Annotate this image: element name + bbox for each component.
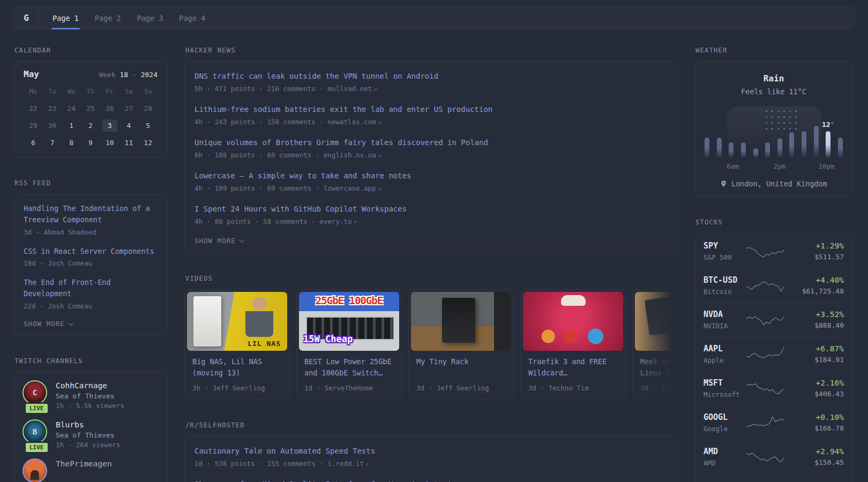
news-item: I Spent 24 Hours with GitHub Copilot Wor…: [194, 204, 668, 225]
weather-bar-column: [729, 142, 734, 158]
rss-item-title[interactable]: The End of Front-End Development: [24, 277, 158, 300]
location-pin-icon: [720, 179, 727, 188]
rss-item-title[interactable]: CSS in React Server Components: [24, 246, 158, 257]
dashboard-grid: CALENDAR May Week 18 · 2024 MoTuWeThFrSa…: [13, 47, 855, 482]
video-card[interactable]: 25GbE 100GbE15W CheapBEST Low Power 25Gb…: [296, 289, 402, 400]
weather-bar: [777, 138, 782, 158]
twitch-channel-info: CohhCarnageSea of Thieves1h · 5.5k viewe…: [56, 380, 124, 410]
weather-condition: Rain: [704, 73, 844, 84]
stock-row[interactable]: GOOGLGoogle+0.10%$166.78: [704, 405, 844, 440]
twitch-channel-row[interactable]: BLIVEBlurbsSea of Thieves1h · 264 viewer…: [23, 419, 159, 449]
news-item-title[interactable]: Unique volumes of Brothers Grimm fairy t…: [194, 137, 668, 148]
rss-item: The End of Front-End Development22d · Jo…: [24, 277, 158, 310]
weather-widget: WEATHER Rain Feels like 11°C 12° 6am2pm1…: [694, 47, 853, 197]
stock-price: $184.91: [790, 356, 844, 364]
hacker-news-show-more-button[interactable]: SHOW MORE: [194, 237, 668, 245]
twitch-channel-list: CLIVECohhCarnageSea of Thieves1h · 5.5k …: [23, 380, 159, 482]
stock-company-name: S&P 500: [704, 253, 740, 261]
calendar-day: 1: [62, 118, 81, 133]
stock-row[interactable]: BTC-USDBitcoin+4.40%$61,725.48: [704, 268, 844, 303]
chevron-down-icon: [239, 237, 244, 243]
video-title[interactable]: Meet the new King of Linux Clusters: [640, 356, 678, 379]
weather-bar-column: [826, 131, 830, 158]
meta-separator: ·: [316, 85, 328, 93]
news-item-title[interactable]: I Spent 24 Hours with GitHub Copilot Wor…: [194, 204, 668, 215]
tab-page-1[interactable]: Page 1: [44, 7, 87, 29]
video-title[interactable]: Big NAS, Lil NAS (moving 13): [192, 356, 282, 379]
stock-values: +4.40%$61,725.48: [790, 276, 844, 295]
stock-sparkline: [745, 413, 785, 432]
temperature-value: 12: [822, 120, 830, 129]
stock-row[interactable]: NVDANVIDIA+3.52%$888.40: [704, 303, 844, 337]
stock-info: MSFTMicrosoft: [704, 378, 740, 398]
video-title[interactable]: My Tiny Rack: [416, 356, 506, 379]
rss-show-more-button[interactable]: SHOW MORE: [24, 320, 158, 328]
news-item-title[interactable]: Showcase of my Mixed Reality Interface f…: [194, 479, 668, 482]
rss-item-title[interactable]: Handling The Indentation of a Treeview C…: [24, 203, 158, 226]
stock-row[interactable]: AMDAMD+2.94%$150.45: [704, 440, 844, 474]
stock-row[interactable]: MSFTMicrosoft+2.16%$406.43: [704, 371, 844, 405]
news-source-link[interactable]: every.to↗: [319, 217, 357, 225]
degree-symbol: °: [830, 120, 835, 129]
stock-ticker: SPY: [704, 241, 740, 251]
twitch-channel-name: ThePrimeagen: [56, 460, 112, 468]
news-source-link[interactable]: english.nv.ua↗: [324, 151, 381, 159]
stock-row-list: SPYS&P 500+1.29%$511.57BTC-USDBitcoin+4.…: [704, 235, 844, 482]
news-source-link[interactable]: mullvad.net↗: [327, 85, 377, 93]
news-source-link[interactable]: newatlas.com↗: [327, 118, 381, 126]
stock-info: BTC-USDBitcoin: [704, 275, 740, 296]
video-card[interactable]: FASTMeet the new King of Linux Clusters7…: [632, 289, 678, 400]
stock-values: +1.29%$511.57: [790, 242, 844, 261]
calendar-day-header: Fr: [100, 86, 119, 99]
stock-change-percent: +2.16%: [790, 379, 844, 387]
middle-column: HACKER NEWS DNS traffic can leak outside…: [184, 47, 678, 482]
live-badge: LIVE: [24, 441, 49, 454]
weather-bar-column: [777, 138, 782, 158]
stock-row[interactable]: SPYS&P 500+1.29%$511.57: [704, 235, 844, 268]
calendar-day: 9: [81, 135, 100, 150]
top-navigation-bar: G Page 1Page 2Page 3Page 4: [13, 6, 855, 29]
calendar-grid: MoTuWeThFrSaSu22232425262728293012345678…: [24, 86, 158, 150]
hacker-news-item-list: DNS traffic can leak outside the VPN tun…: [194, 71, 668, 225]
weather-bar-column: [789, 132, 794, 158]
video-title[interactable]: Traefik 3 and FREE Wildcard…: [528, 356, 618, 379]
video-card[interactable]: My Tiny Rack3d · Jeff Geerling: [408, 289, 514, 400]
reddit-widget-label: /R/SELFHOSTED: [185, 421, 678, 429]
tab-page-2[interactable]: Page 2: [87, 7, 129, 29]
news-item-title[interactable]: Cautionary Tale on Automated Speed Tests: [194, 446, 668, 457]
rss-item-meta: 3d · Ahmad Shadeed: [24, 228, 158, 236]
twitch-viewers: 1h · 5.5k viewers: [56, 402, 124, 410]
tab-page-4[interactable]: Page 4: [171, 7, 213, 29]
external-link-icon: ↗: [378, 119, 381, 125]
calendar-card: May Week 18 · 2024 MoTuWeThFrSaSu2223242…: [13, 61, 168, 158]
thumbnail-text-top: 25GbE 100GbE: [299, 295, 399, 306]
stock-price: $166.78: [790, 424, 844, 432]
app-logo[interactable]: G: [14, 7, 39, 29]
tab-page-3[interactable]: Page 3: [129, 7, 171, 29]
weather-time-label: 10pm: [818, 162, 834, 170]
stock-row[interactable]: AAPLApple+6.87%$184.91: [704, 337, 844, 371]
video-card[interactable]: Traefik 3 and FREE Wildcard…3d · Techno …: [520, 289, 626, 400]
video-title[interactable]: BEST Low Power 25GbE and 100GbE Switch…: [304, 356, 394, 379]
news-item-meta: 4h · 88 points · 58 comments · every.to↗: [194, 217, 668, 225]
news-item-title[interactable]: Lithium-free sodium batteries exit the l…: [194, 104, 668, 115]
stock-info: SPYS&P 500: [704, 241, 740, 261]
stock-ticker: MSFT: [704, 378, 740, 388]
stock-row[interactable]: RDDT-1.65%: [704, 474, 844, 482]
news-item-title[interactable]: DNS traffic can leak outside the VPN tun…: [194, 71, 668, 82]
news-item-title[interactable]: Lowercase – A simple way to take and sha…: [194, 170, 668, 182]
news-source-link[interactable]: lowercase.app↗: [324, 184, 381, 192]
stock-change-percent: +2.94%: [790, 447, 844, 456]
weather-bar: [838, 138, 843, 158]
thumbnail-text-bottom: 15W Cheap: [303, 334, 353, 344]
weather-bar: [789, 132, 794, 158]
weather-bar: [705, 138, 709, 158]
calendar-day-header: Tu: [43, 86, 62, 99]
twitch-channel-row[interactable]: ThePrimeagen: [23, 458, 159, 482]
calendar-day: 8: [62, 135, 81, 150]
twitch-channel-row[interactable]: CLIVECohhCarnageSea of Thieves1h · 5.5k …: [23, 380, 159, 410]
twitch-card: CLIVECohhCarnageSea of Thieves1h · 5.5k …: [13, 372, 168, 482]
twitch-widget: TWITCH CHANNELS CLIVECohhCarnageSea of T…: [13, 357, 168, 482]
news-source-link[interactable]: i.redd.it↗: [327, 460, 369, 468]
video-card[interactable]: LIL NASBig NAS, Lil NAS (moving 13)3h · …: [184, 289, 290, 400]
